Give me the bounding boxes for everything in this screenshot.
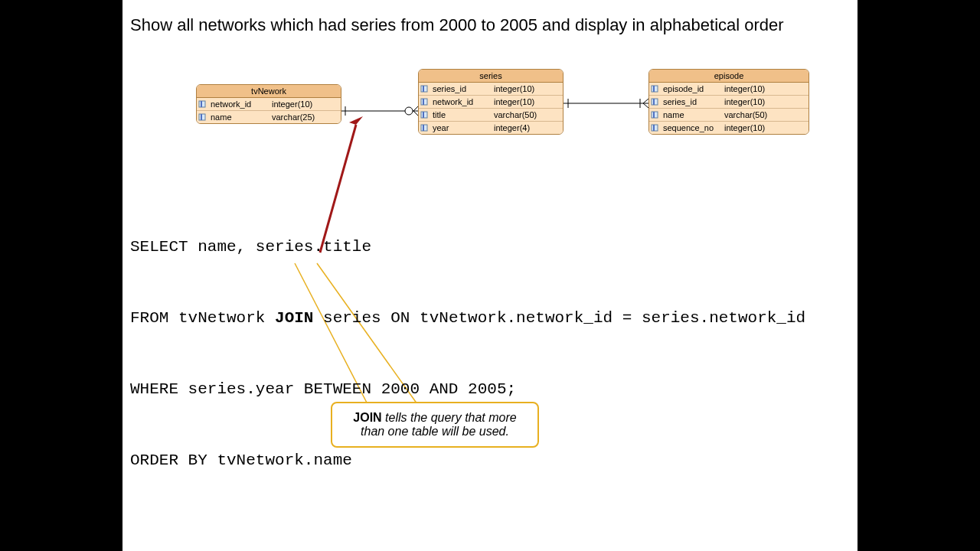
sql-query: SELECT name, series.title FROM tvNetwork… <box>130 207 805 523</box>
column-icon <box>649 83 660 95</box>
sql-text: FROM tvNetwork <box>130 309 275 327</box>
join-callout: JOIN tells the query that more than one … <box>331 402 539 448</box>
column-type: integer(10) <box>491 96 563 108</box>
column-name: network_id <box>207 98 269 110</box>
sql-line-from: FROM tvNetwork JOIN series ON tvNetwork.… <box>130 310 805 326</box>
column-icon <box>649 122 660 134</box>
svg-rect-17 <box>653 112 655 118</box>
table-row: episode_id integer(10) <box>649 83 808 96</box>
svg-rect-11 <box>423 125 424 131</box>
column-type: varchar(50) <box>491 109 563 121</box>
table-row: network_id integer(10) <box>419 96 563 109</box>
table-row: sequence_no integer(10) <box>649 122 808 134</box>
erd-diagram: tvNework network_id integer(10) name var… <box>191 65 789 157</box>
sql-line-orderby: ORDER BY tvNetwork.name <box>130 452 805 468</box>
erd-table-title: series <box>419 70 563 83</box>
sql-line-where: WHERE series.year BETWEEN 2000 AND 2005; <box>130 381 805 397</box>
column-icon <box>197 98 207 110</box>
column-name: series_id <box>660 96 721 108</box>
column-icon <box>419 109 430 121</box>
column-type: varchar(50) <box>721 109 808 121</box>
column-name: sequence_no <box>660 122 721 134</box>
page-title: Show all networks which had series from … <box>130 15 784 35</box>
table-row: network_id integer(10) <box>197 98 341 111</box>
callout-keyword: JOIN <box>353 411 381 424</box>
erd-table-tvnework: tvNework network_id integer(10) name var… <box>196 84 341 124</box>
svg-rect-13 <box>653 86 655 92</box>
column-icon <box>419 83 430 95</box>
sql-keyword-join: JOIN <box>275 309 313 327</box>
erd-table-episode: episode episode_id integer(10) series_id… <box>648 69 809 135</box>
column-icon <box>419 96 430 108</box>
callout-text: tells the query that more than one table… <box>361 411 517 438</box>
column-name: year <box>430 122 491 134</box>
column-name: episode_id <box>660 83 721 95</box>
column-name: series_id <box>430 83 491 95</box>
column-icon <box>419 122 430 134</box>
column-icon <box>197 111 207 123</box>
erd-table-series: series series_id integer(10) network_id … <box>418 69 564 135</box>
column-type: integer(10) <box>269 98 341 110</box>
column-type: integer(10) <box>491 83 563 95</box>
svg-rect-5 <box>423 86 424 92</box>
sql-text: series ON tvNetwork.network_id = series.… <box>313 309 805 327</box>
table-row: series_id integer(10) <box>649 96 808 109</box>
sql-line-select: SELECT name, series.title <box>130 239 805 255</box>
svg-rect-15 <box>653 99 655 105</box>
column-type: integer(4) <box>491 122 563 134</box>
table-row: name varchar(25) <box>197 111 341 123</box>
column-name: network_id <box>430 96 491 108</box>
column-name: title <box>430 109 491 121</box>
column-type: integer(10) <box>721 122 808 134</box>
svg-rect-9 <box>423 112 424 118</box>
table-row: title varchar(50) <box>419 109 563 122</box>
column-type: integer(10) <box>721 96 808 108</box>
table-row: series_id integer(10) <box>419 83 563 96</box>
erd-table-title: episode <box>649 70 808 83</box>
svg-rect-19 <box>653 125 655 131</box>
column-icon <box>649 109 660 121</box>
table-row: year integer(4) <box>419 122 563 134</box>
erd-table-title: tvNework <box>197 85 341 98</box>
table-row: name varchar(50) <box>649 109 808 122</box>
slide: Show all networks which had series from … <box>122 0 858 551</box>
svg-rect-7 <box>423 99 424 105</box>
column-type: integer(10) <box>721 83 808 95</box>
column-type: varchar(25) <box>269 111 341 123</box>
column-name: name <box>207 111 269 123</box>
svg-rect-3 <box>201 114 202 120</box>
svg-rect-1 <box>201 101 202 107</box>
column-icon <box>649 96 660 108</box>
column-name: name <box>660 109 721 121</box>
